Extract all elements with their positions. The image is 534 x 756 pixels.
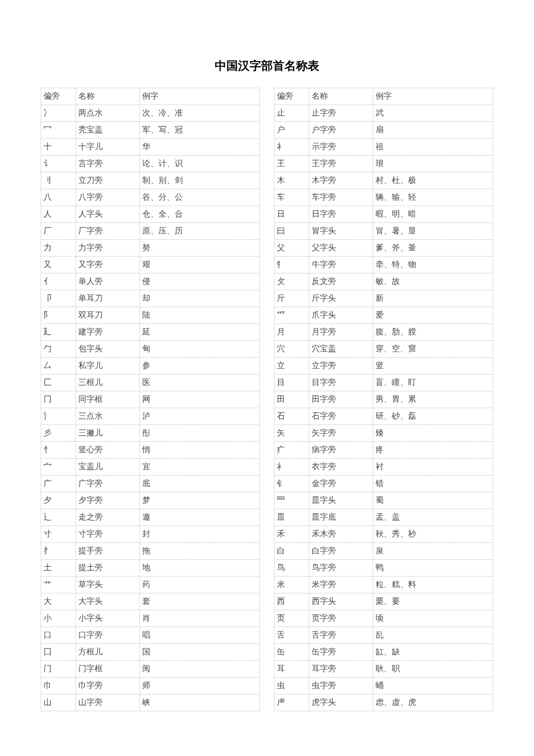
header-cell-name: 名称 [309,88,373,105]
table-row: 彡三撇儿彤 [41,425,260,442]
table-row: 斤斤字头新 [275,290,493,307]
name-cell: 宝盖儿 [76,459,140,476]
table-row: 耳耳字旁耿、职 [275,661,493,678]
table-row: 穴穴宝盖穿、空、窟 [275,341,493,358]
table-row: 讠言字旁论、计、识 [41,156,260,172]
table-row: 氵三点水泸 [41,408,260,425]
radical-cell: 氵 [41,408,76,425]
name-cell: 月字旁 [309,324,373,341]
radical-cell: 矢 [275,425,309,442]
radical-cell: 冖 [41,122,76,139]
example-cell: 爱 [373,307,493,324]
table-row: 王王字旁琅 [275,156,493,172]
table-row: 十十字儿华 [41,139,260,156]
table-row: 扌提手旁拖 [41,543,260,560]
radical-cell: 王 [275,156,309,172]
radical-cell: 父 [275,240,309,257]
name-cell: 田字旁 [309,391,373,408]
table-row: 刂立刀旁制、别、剑 [41,172,260,189]
radical-cell: 阝 [41,307,76,324]
table-row: 户户字旁扇 [275,122,493,139]
radical-cell: 日 [275,206,309,223]
example-cell: 腹、肋、膛 [373,324,493,341]
name-cell: 止字旁 [309,105,373,122]
radical-cell: 亻 [41,273,76,290]
example-cell: 新 [373,290,493,307]
radical-cell: 曰 [275,223,309,240]
example-cell: 国 [140,644,260,661]
radical-cell: 扌 [41,543,76,560]
radical-cell: 大 [41,593,76,610]
radical-cell: 人 [41,206,76,223]
example-cell: 医 [140,375,260,391]
radical-cell: 匚 [41,375,76,391]
example-cell: 琅 [373,156,493,172]
table-row: 冖秃宝盖军、写、冠 [41,122,260,139]
table-row: 人人字头仓、全、合 [41,206,260,223]
name-cell: 三框儿 [76,375,140,391]
radical-cell: 土 [41,560,76,577]
name-cell: 衣字旁 [309,459,373,476]
radical-cell: 广 [41,476,76,492]
radical-cell: 小 [41,610,76,627]
example-cell: 竖 [373,358,493,375]
name-cell: 建字旁 [76,324,140,341]
radical-cell: 廴 [41,324,76,341]
example-cell: 顷 [373,610,493,627]
example-cell: 研、砂、磊 [373,408,493,425]
example-cell: 参 [140,358,260,375]
name-cell: 示字旁 [309,139,373,156]
header-cell-radical: 偏旁 [41,88,76,105]
table-row: 厂厂字旁原、压、历 [41,223,260,240]
header-cell-example: 例字 [140,88,260,105]
name-cell: 大字头 [76,593,140,610]
table-row: 卩单耳刀却 [41,290,260,307]
table-row: 又又字旁艰 [41,257,260,273]
radical-cell: 罒 [275,492,309,509]
radical-cell: 车 [275,189,309,206]
name-cell: 目字旁 [309,375,373,391]
radical-cell: 卩 [41,290,76,307]
radical-cell: 爫 [275,307,309,324]
name-cell: 走之旁 [76,509,140,526]
table-row: 巾巾字旁师 [41,678,260,694]
name-cell: 山字旁 [76,694,140,711]
radical-cell: 页 [275,610,309,627]
example-cell: 矮 [373,425,493,442]
radical-cell: 户 [275,122,309,139]
table-row: 田田字旁男、胃、累 [275,391,493,408]
name-cell: 爪字头 [309,307,373,324]
radical-cell: 耳 [275,661,309,678]
example-cell: 药 [140,577,260,593]
radical-cell: 讠 [41,156,76,172]
radical-cell: 山 [41,694,76,711]
name-cell: 页字旁 [309,610,373,627]
radical-cell: 缶 [275,644,309,661]
radical-cell: 十 [41,139,76,156]
name-cell: 包字头 [76,341,140,358]
table-row: 礻示字旁祖 [275,139,493,156]
radical-cell: 止 [275,105,309,122]
table-row: 舌舌字旁乱 [275,627,493,644]
radical-cell: 冂 [41,391,76,408]
name-cell: 虎字头 [309,694,373,711]
table-row: 目目字旁盲、瞳、盯 [275,375,493,391]
table-row: 白白字旁泉 [275,543,493,560]
table-row: 小小字头肖 [41,610,260,627]
name-cell: 皿字头 [309,492,373,509]
name-cell: 户字旁 [309,122,373,139]
name-cell: 双耳刀 [76,307,140,324]
name-cell: 私字儿 [76,358,140,375]
radical-cell: 夕 [41,492,76,509]
example-cell: 延 [140,324,260,341]
example-cell: 男、胃、累 [373,391,493,408]
example-cell: 祖 [373,139,493,156]
tables-container: 偏旁名称例字冫两点水次、冷、准冖秃宝盖军、写、冠十十字儿华讠言字旁论、计、识刂立… [41,88,493,711]
example-cell: 缸、缺 [373,644,493,661]
page-title: 中国汉字部首名称表 [41,58,493,74]
name-cell: 方框儿 [76,644,140,661]
table-row: 夕夕字旁梦 [41,492,260,509]
radical-cell: 巾 [41,678,76,694]
radical-cell: 彡 [41,425,76,442]
name-cell: 缶字旁 [309,644,373,661]
